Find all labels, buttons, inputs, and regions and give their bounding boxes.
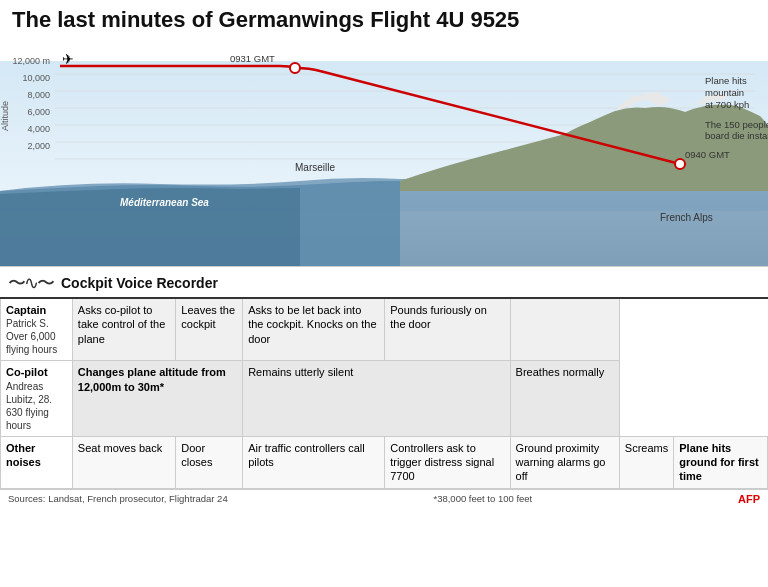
svg-text:0931 GMT: 0931 GMT xyxy=(230,53,275,64)
svg-text:The 150 people on: The 150 people on xyxy=(705,119,768,130)
captain-label: Captain Patrick S. Over 6,000 flying hou… xyxy=(1,298,73,361)
svg-text:mountain: mountain xyxy=(705,87,744,98)
svg-text:2,000: 2,000 xyxy=(27,141,50,151)
svg-text:6,000: 6,000 xyxy=(27,107,50,117)
main-container: The last minutes of Germanwings Flight 4… xyxy=(0,0,768,508)
copilot-event3: Breathes normally xyxy=(510,361,619,436)
captain-event2: Leaves the cockpit xyxy=(176,298,243,361)
svg-text:0940 GMT: 0940 GMT xyxy=(685,149,730,160)
cockpit-section: 〜∿〜 Cockpit Voice Recorder xyxy=(0,266,768,297)
footer: Sources: Landsat, French prosecutor, Fli… xyxy=(0,489,768,508)
other-row: Other noises Seat moves back Door closes… xyxy=(1,436,768,488)
other-event6: Screams xyxy=(619,436,673,488)
afp-logo: AFP xyxy=(738,493,760,505)
copilot-label: Co-pilot Andreas Lubitz, 28. 630 flying … xyxy=(1,361,73,436)
captain-spacer xyxy=(510,298,619,361)
captain-event3: Asks to be let back into the cockpit. Kn… xyxy=(243,298,385,361)
page-title: The last minutes of Germanwings Flight 4… xyxy=(12,8,756,32)
svg-text:4,000: 4,000 xyxy=(27,124,50,134)
sources-text: Sources: Landsat, French prosecutor, Fli… xyxy=(8,493,228,504)
svg-text:12,000 m: 12,000 m xyxy=(12,56,50,66)
other-event1: Seat moves back xyxy=(72,436,175,488)
copilot-event1: Changes plane altitude from 12,000m to 3… xyxy=(72,361,242,436)
svg-text:board die instantly: board die instantly xyxy=(705,130,768,141)
captain-event4: Pounds furiously on the door xyxy=(385,298,510,361)
flight-path-svg: 12,000 m 10,000 8,000 6,000 4,000 2,000 … xyxy=(0,36,768,266)
svg-text:Plane hits: Plane hits xyxy=(705,75,747,86)
svg-text:French Alps: French Alps xyxy=(660,212,713,223)
other-event5: Ground proximity warning alarms go off xyxy=(510,436,619,488)
svg-text:Altitude: Altitude xyxy=(0,101,10,131)
svg-text:10,000: 10,000 xyxy=(22,73,50,83)
other-event2: Door closes xyxy=(176,436,243,488)
header: The last minutes of Germanwings Flight 4… xyxy=(0,0,768,36)
svg-text:✈: ✈ xyxy=(62,51,74,67)
captain-row: Captain Patrick S. Over 6,000 flying hou… xyxy=(1,298,768,361)
other-event7: Plane hits ground for first time xyxy=(674,436,768,488)
svg-text:at 700 kph: at 700 kph xyxy=(705,99,749,110)
flight-chart: 12,000 m 10,000 8,000 6,000 4,000 2,000 … xyxy=(0,36,768,266)
footnote-text: *38,000 feet to 100 feet xyxy=(433,493,532,504)
svg-text:8,000: 8,000 xyxy=(27,90,50,100)
cockpit-title: Cockpit Voice Recorder xyxy=(61,275,218,291)
other-event4: Controllers ask to trigger distress sign… xyxy=(385,436,510,488)
svg-text:Méditerranean Sea: Méditerranean Sea xyxy=(120,197,209,208)
svg-text:Marseille: Marseille xyxy=(295,162,335,173)
other-event3: Air traffic controllers call pilots xyxy=(243,436,385,488)
captain-event1: Asks co-pilot to take control of the pla… xyxy=(72,298,175,361)
timeline-table: Captain Patrick S. Over 6,000 flying hou… xyxy=(0,297,768,488)
svg-point-18 xyxy=(290,63,300,73)
copilot-event2: Remains utterly silent xyxy=(243,361,510,436)
copilot-row: Co-pilot Andreas Lubitz, 28. 630 flying … xyxy=(1,361,768,436)
other-label: Other noises xyxy=(1,436,73,488)
waveform-icon: 〜∿〜 xyxy=(8,271,53,295)
svg-point-20 xyxy=(675,159,685,169)
